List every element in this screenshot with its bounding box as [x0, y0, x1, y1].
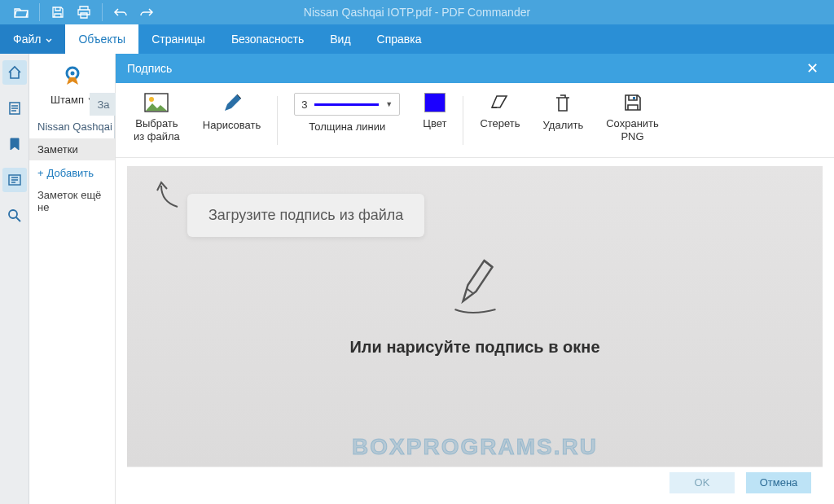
color-label: Цвет: [423, 117, 446, 130]
chevron-down-icon: ▼: [385, 100, 393, 108]
svg-point-4: [70, 72, 74, 76]
save-icon[interactable]: [45, 1, 71, 24]
delete-label: Удалить: [543, 119, 584, 132]
rail-home-icon[interactable]: [2, 60, 27, 85]
svg-rect-7: [633, 97, 635, 99]
draw-button[interactable]: Нарисовать: [191, 93, 272, 132]
cancel-button[interactable]: Отмена: [746, 472, 811, 493]
thickness-label: Толщина линии: [309, 121, 385, 134]
print-icon[interactable]: [71, 1, 97, 24]
svg-point-2: [9, 210, 17, 218]
line-thickness-control[interactable]: 3 ▼ Толщина линии: [283, 93, 411, 134]
menubar: Файл Объекты Страницы Безопасность Вид С…: [0, 24, 834, 54]
tab-document[interactable]: Nissan Qashqai I: [29, 114, 115, 138]
menu-file-label: Файл: [13, 33, 41, 46]
color-picker-button[interactable]: Цвет: [411, 93, 458, 130]
delete-button[interactable]: Удалить: [532, 93, 595, 132]
menu-view[interactable]: Вид: [317, 24, 363, 54]
choose-from-file-label: Выбрать из файла: [134, 117, 180, 142]
menu-security[interactable]: Безопасность: [218, 24, 317, 54]
draw-hint: Или нарисуйте подпись в окне: [349, 252, 599, 357]
signature-dialog: Подпись ✕ Выбрать из файла Нарисовать 3 …: [116, 54, 834, 504]
objects-panel: Штамп ▼ Nissan Qashqai I Заметки + Добав…: [29, 54, 116, 504]
dialog-titlebar: Подпись ✕: [116, 54, 834, 83]
signature-canvas[interactable]: Загрузите подпись из файла Или нарисуйте…: [127, 166, 823, 467]
draw-hint-text: Или нарисуйте подпись в окне: [349, 338, 599, 357]
choose-from-file-button[interactable]: Выбрать из файла: [122, 93, 191, 142]
signature-toolbar: Выбрать из файла Нарисовать 3 ▼ Толщина …: [116, 83, 834, 158]
dialog-title: Подпись: [127, 62, 172, 75]
tab-fragment[interactable]: За: [90, 93, 117, 116]
window-title: Nissan Qashqai IOTP.pdf - PDF Commander: [304, 6, 530, 19]
open-file-icon[interactable]: [8, 1, 34, 24]
ok-button[interactable]: OK: [669, 472, 735, 493]
undo-icon[interactable]: [108, 1, 134, 24]
hint-arrow-icon: [153, 177, 186, 210]
menu-file[interactable]: Файл: [0, 24, 65, 54]
rail-page-icon[interactable]: [2, 96, 27, 121]
plus-icon: +: [37, 167, 44, 179]
add-note-label: Добавить: [47, 167, 94, 179]
erase-label: Стереть: [480, 117, 520, 130]
erase-button[interactable]: Стереть: [468, 93, 531, 130]
stamp-icon: [60, 65, 85, 90]
watermark: BOXPROGRAMS.RU: [352, 434, 598, 460]
stamp-label: Штамп: [50, 94, 84, 106]
add-note-button[interactable]: + Добавить: [29, 160, 115, 186]
menu-objects[interactable]: Объекты: [65, 24, 138, 54]
left-rail: [0, 54, 29, 504]
chevron-down-icon: [46, 33, 52, 46]
save-png-label: Сохранить PNG: [606, 117, 659, 142]
close-icon[interactable]: ✕: [801, 58, 823, 79]
thickness-preview: [314, 103, 380, 106]
svg-point-6: [149, 97, 154, 102]
save-png-button[interactable]: Сохранить PNG: [595, 93, 670, 142]
color-swatch: [424, 93, 446, 112]
rail-search-icon[interactable]: [2, 204, 27, 228]
draw-label: Нарисовать: [203, 119, 261, 132]
menu-help[interactable]: Справка: [364, 24, 435, 54]
titlebar: Nissan Qashqai IOTP.pdf - PDF Commander: [0, 0, 834, 24]
rail-notes-icon[interactable]: [2, 168, 27, 192]
notes-header: Заметки: [29, 138, 115, 160]
notes-empty-text: Заметок ещё не: [29, 186, 115, 217]
menu-pages[interactable]: Страницы: [138, 24, 218, 54]
redo-icon[interactable]: [134, 1, 160, 24]
rail-bookmark-icon[interactable]: [2, 132, 27, 156]
load-from-file-hint: Загрузите подпись из файла: [187, 194, 424, 237]
pen-icon: [438, 252, 511, 318]
stamp-button[interactable]: Штамп ▼: [50, 94, 94, 106]
thickness-value: 3: [301, 99, 307, 111]
